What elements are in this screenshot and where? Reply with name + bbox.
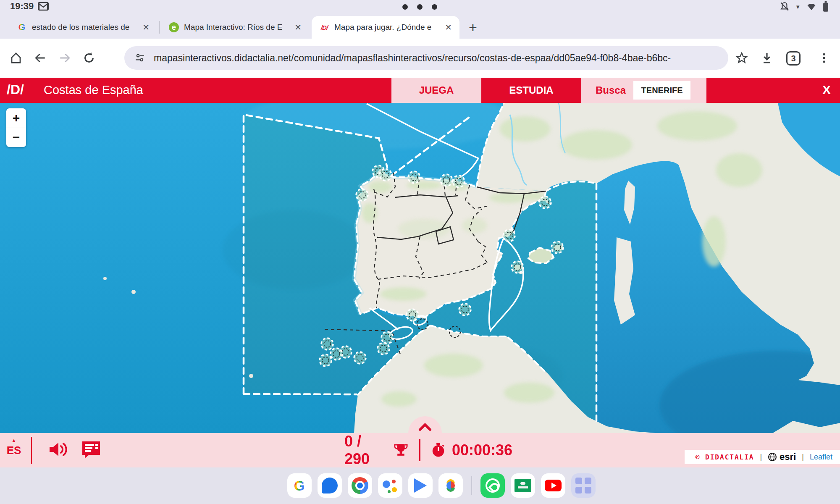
madeira-islet (249, 374, 253, 378)
tab-didactalia-active[interactable]: /D/ Mapa para jugar. ¿Dónde e ✕ (312, 16, 459, 39)
page-title: Costas de España (44, 83, 143, 97)
leaflet-map[interactable]: + − (0, 103, 840, 433)
coastal-marker[interactable] (539, 197, 551, 208)
tab-educaplay[interactable]: e Mapa Interactivo: Ríos de E ✕ (161, 16, 309, 39)
coastal-marker[interactable] (356, 189, 368, 201)
separator: | (760, 453, 762, 462)
leaflet-attribution[interactable]: Leaflet (810, 453, 832, 462)
vpn-caret-icon: ▼ (795, 4, 801, 10)
download-icon[interactable] (757, 48, 777, 68)
coastal-marker[interactable] (459, 304, 471, 315)
back-button[interactable] (30, 48, 50, 68)
browser-toolbar: mapasinteractivos.didactalia.net/comunid… (0, 39, 840, 78)
google-app-icon[interactable]: G (287, 473, 312, 498)
divider (419, 439, 420, 461)
separator: | (802, 453, 804, 462)
coastal-marker[interactable] (408, 171, 420, 183)
coastal-marker[interactable] (407, 309, 418, 321)
coastal-marker[interactable] (320, 354, 331, 366)
whatsapp-app-icon[interactable] (480, 473, 505, 498)
busca-section: Busca TENERIFE (581, 78, 706, 103)
coastal-marker[interactable] (503, 230, 515, 242)
reload-button[interactable] (79, 48, 99, 68)
gmail-icon (38, 2, 49, 11)
coastal-marker[interactable] (453, 176, 465, 187)
android-dock: G (0, 467, 840, 504)
map-attribution: © DIDACTALIA | esri | Leaflet (685, 450, 840, 464)
coastal-marker[interactable] (321, 338, 333, 350)
sound-button[interactable] (47, 440, 69, 461)
didactalia-logo[interactable]: /D/ (7, 82, 24, 97)
bookmark-star-icon[interactable] (732, 48, 752, 68)
tab-counter[interactable]: 3 (786, 51, 801, 66)
educaplay-favicon: e (169, 22, 179, 32)
tab-strip: G estado de los materiales de ✕ e Mapa I… (0, 13, 840, 39)
wifi-icon (806, 2, 817, 12)
app-grid-icon[interactable] (571, 473, 596, 498)
close-button[interactable]: X (822, 83, 831, 97)
esri-label: esri (780, 452, 796, 462)
juega-button[interactable]: JUEGA (391, 78, 481, 103)
coastal-marker[interactable] (378, 343, 389, 354)
coastal-marker[interactable] (441, 174, 452, 186)
chat-panel-icon (81, 439, 102, 460)
timer: 00:00:36 (452, 441, 512, 459)
chrome-app-icon[interactable] (348, 473, 372, 498)
chevron-up-icon (416, 422, 434, 433)
coastal-marker[interactable] (380, 169, 391, 181)
map-canvas[interactable] (0, 103, 840, 433)
notifications-off-icon (779, 1, 790, 12)
home-button[interactable] (6, 48, 26, 68)
atlantic-islet (103, 277, 107, 280)
zoom-in-button[interactable]: + (6, 108, 26, 128)
caret-up-icon: ▲ (11, 437, 17, 444)
estudia-button[interactable]: ESTUDIA (481, 78, 581, 103)
coastal-marker[interactable] (354, 352, 366, 364)
busca-search-box[interactable]: TENERIFE (633, 81, 690, 100)
menu-kebab-icon[interactable] (814, 48, 834, 68)
tab-title: Mapa Interactivo: Ríos de E (184, 23, 288, 32)
tab-title: estado de los materiales de (32, 23, 136, 32)
tab-close-icon[interactable]: ✕ (443, 22, 454, 32)
busca-label[interactable]: Busca (596, 84, 626, 96)
status-bar: 19:39 ▼ (0, 0, 840, 13)
dock-divider (471, 476, 472, 495)
tab-google-search[interactable]: G estado de los materiales de ✕ (9, 16, 157, 39)
coastal-marker[interactable] (331, 348, 342, 360)
didactalia-header: /D/ Costas de España JUEGA ESTUDIA Busca… (0, 78, 840, 103)
globe-icon (768, 452, 777, 462)
game-bottom-bar: ▲ ES 0 / 290 (0, 433, 840, 467)
didactalia-attribution[interactable]: © DIDACTALIA (696, 453, 754, 461)
new-tab-button[interactable]: + (465, 19, 481, 35)
tab-close-icon[interactable]: ✕ (293, 22, 303, 32)
url-text: mapasinteractivos.didactalia.net/comunid… (154, 52, 671, 64)
url-bar[interactable]: mapasinteractivos.didactalia.net/comunid… (124, 46, 728, 70)
assistant-app-icon[interactable] (378, 473, 402, 498)
messages-app-icon[interactable] (318, 473, 342, 498)
language-selector[interactable]: ▲ ES (0, 444, 28, 457)
zoom-control: + − (6, 108, 26, 147)
atlantic-islet (131, 290, 136, 294)
zoom-out-button[interactable]: − (6, 128, 26, 147)
speaker-icon (47, 440, 69, 459)
feedback-button[interactable] (81, 439, 102, 462)
photos-app-icon[interactable] (438, 473, 463, 498)
tab-divider (159, 21, 160, 34)
forward-button[interactable] (55, 48, 75, 68)
tab-close-icon[interactable]: ✕ (141, 22, 151, 32)
coastal-marker[interactable] (381, 332, 393, 344)
taskbar-handle-dots[interactable] (402, 4, 437, 10)
coastal-marker[interactable] (512, 261, 523, 273)
battery-icon (822, 1, 829, 12)
play-store-app-icon[interactable] (408, 473, 433, 498)
classroom-app-icon[interactable] (511, 473, 535, 498)
esri-attribution[interactable]: esri (768, 452, 796, 462)
trophy-icon (394, 442, 408, 459)
divider (31, 437, 32, 464)
youtube-app-icon[interactable] (541, 473, 565, 498)
stopwatch-icon (431, 442, 445, 459)
coastal-marker[interactable] (551, 242, 563, 253)
clock: 19:39 (10, 1, 34, 12)
score-counter: 0 / 290 (344, 433, 387, 468)
site-controls-icon (134, 52, 145, 63)
